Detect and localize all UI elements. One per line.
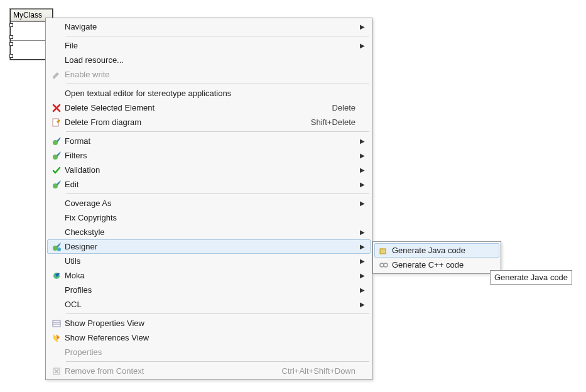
tooltip: Generate Java code: [490, 270, 572, 285]
menu-item-load-resource[interactable]: Load resource...: [47, 53, 371, 67]
menu-item-label: Validation: [65, 165, 359, 175]
menu-item-shortcut: Delete: [332, 103, 355, 112]
submenu-arrow-icon: ▶: [359, 181, 366, 188]
submenu-arrow-icon: ▶: [359, 301, 366, 308]
submenu-arrow-icon: ▶: [359, 42, 366, 49]
submenu-arrow-icon: ▶: [359, 152, 366, 159]
comet-icon: [48, 136, 65, 146]
doc-pencil-icon: [48, 117, 65, 128]
menu-item-label: Designer: [65, 242, 359, 251]
menu-item-delete-selected[interactable]: Delete Selected ElementDelete: [47, 101, 371, 115]
remove-ctx-icon: [48, 366, 65, 376]
menu-item-label: Show Properties View: [65, 318, 359, 328]
menu-separator: [66, 193, 369, 194]
menu-item-checkstyle[interactable]: Checkstyle▶: [47, 225, 371, 239]
menu-separator: [66, 313, 369, 314]
submenu-arrow-icon: ▶: [359, 243, 366, 250]
menu-item-label: Filters: [65, 151, 359, 160]
menu-item-navigate[interactable]: Navigate▶: [47, 19, 371, 34]
delete-x-icon: [48, 103, 65, 113]
comet-icon: [48, 180, 65, 190]
menu-item-open-textual-editor[interactable]: Open textual editor for stereotype appli…: [47, 86, 371, 101]
submenu-arrow-icon: ▶: [359, 200, 366, 207]
menu-item-label: Generate C++ code: [392, 260, 488, 270]
svg-rect-11: [380, 249, 386, 254]
menu-item-filters[interactable]: Filters▶: [47, 148, 371, 163]
menu-item-label: Delete Selected Element: [65, 103, 332, 112]
menu-item-shortcut: Ctrl+Alt+Shift+Down: [282, 366, 355, 376]
menu-item-generate-cpp[interactable]: Generate C++ code: [374, 258, 499, 272]
context-menu: Navigate▶File▶Load resource...Enable wri…: [45, 18, 372, 380]
menu-item-designer[interactable]: Designer▶: [47, 239, 371, 254]
svg-point-12: [380, 263, 384, 267]
submenu-arrow-icon: ▶: [359, 23, 366, 30]
menu-separator: [66, 131, 369, 132]
menu-item-label: Enable write: [65, 70, 359, 79]
menu-item-delete-from-diagram[interactable]: Delete From diagramShift+Delete: [47, 115, 371, 129]
svg-point-5: [57, 248, 61, 251]
menu-item-label: Format: [65, 136, 359, 146]
menu-item-generate-java[interactable]: Generate Java code: [374, 243, 499, 258]
menu-item-label: Moka: [65, 271, 359, 280]
designer-submenu: Generate Java codeGenerate C++ code: [372, 241, 501, 274]
comet-blue-icon: [48, 242, 65, 252]
menu-item-show-properties[interactable]: Show Properties View: [47, 316, 371, 330]
menu-item-label: Coverage As: [65, 199, 359, 208]
menu-item-label: Remove from Context: [65, 366, 282, 376]
menu-item-file[interactable]: File▶: [47, 38, 371, 53]
menu-item-label: Open textual editor for stereotype appli…: [65, 89, 359, 98]
menu-item-shortcut: Shift+Delete: [311, 117, 355, 127]
submenu-arrow-icon: ▶: [359, 138, 366, 144]
menu-item-label: Edit: [65, 180, 359, 189]
menu-item-fix-copyrights[interactable]: Fix Copyrights: [47, 210, 371, 225]
menu-item-format[interactable]: Format▶: [47, 134, 371, 148]
menu-item-label: File: [65, 41, 359, 50]
menu-item-coverage-as[interactable]: Coverage As▶: [47, 196, 371, 210]
gen-cpp-icon: [376, 260, 392, 270]
menu-item-label: OCL: [65, 300, 359, 309]
menu-item-validation[interactable]: Validation▶: [47, 163, 371, 177]
submenu-arrow-icon: ▶: [359, 258, 366, 264]
menu-separator: [66, 84, 369, 84]
svg-point-13: [384, 263, 388, 267]
refs-icon: [48, 333, 65, 343]
menu-item-show-references[interactable]: Show References View: [47, 330, 371, 345]
menu-item-label: Profiles: [65, 285, 359, 295]
menu-item-properties: Properties: [47, 345, 371, 359]
menu-separator: [66, 361, 369, 362]
menu-item-ocl[interactable]: OCL▶: [47, 297, 371, 312]
menu-item-profiles[interactable]: Profiles▶: [47, 283, 371, 297]
menu-item-label: Navigate: [65, 22, 359, 31]
submenu-arrow-icon: ▶: [359, 166, 366, 173]
comet-icon: [48, 151, 65, 161]
menu-item-label: Show References View: [65, 333, 359, 342]
submenu-arrow-icon: ▶: [359, 286, 366, 293]
menu-item-label: Fix Copyrights: [65, 213, 359, 222]
menu-item-remove-from-context: Remove from ContextCtrl+Alt+Shift+Down: [47, 364, 371, 378]
pencil-icon: [48, 70, 65, 80]
menu-item-label: Delete From diagram: [65, 117, 311, 127]
menu-item-moka[interactable]: Moka▶: [47, 268, 371, 283]
submenu-arrow-icon: ▶: [359, 272, 366, 279]
props-icon: [48, 318, 65, 329]
check-icon: [48, 165, 65, 175]
menu-item-edit[interactable]: Edit▶: [47, 177, 371, 192]
gen-java-icon: [376, 246, 392, 256]
menu-item-label: Checkstyle: [65, 227, 359, 237]
menu-separator: [66, 36, 369, 36]
menu-item-enable-write: Enable write: [47, 67, 371, 82]
menu-item-utils[interactable]: Utils▶: [47, 254, 371, 268]
svg-rect-7: [53, 320, 60, 327]
menu-item-label: Load resource...: [65, 55, 359, 65]
circle-green-icon: [48, 271, 65, 281]
menu-item-label: Generate Java code: [392, 246, 488, 255]
menu-item-label: Properties: [65, 347, 359, 357]
menu-item-label: Utils: [65, 256, 359, 266]
submenu-arrow-icon: ▶: [359, 229, 366, 236]
